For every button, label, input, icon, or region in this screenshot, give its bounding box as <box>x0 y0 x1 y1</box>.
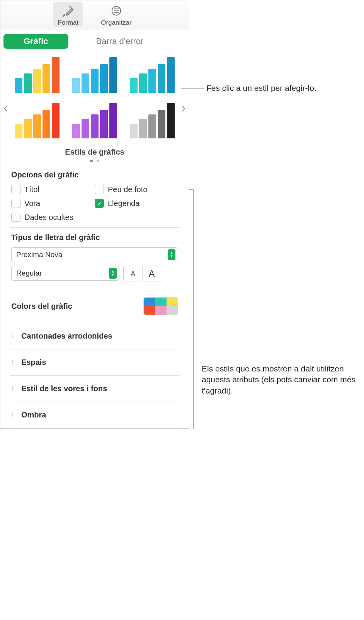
format-tab[interactable]: Format <box>53 2 83 27</box>
gallery-page-dots <box>11 160 178 162</box>
thumb-bar <box>148 69 156 93</box>
checkbox-caption[interactable]: Peu de foto <box>95 185 178 194</box>
arrange-icon <box>109 3 124 18</box>
gallery-prev-button[interactable] <box>3 104 10 113</box>
chart-colors-section: Colors del gràfic <box>0 291 189 323</box>
callout-attributes: Els estils que es mostren a dalt utilitz… <box>202 363 356 396</box>
inspector-toolbar: Format Organitzar <box>0 0 189 30</box>
thumb-bar <box>72 124 80 138</box>
thumb-bar <box>167 57 175 93</box>
thumb-bar <box>82 119 89 138</box>
format-inspector-panel: Format Organitzar Gràfic Barra d'error <box>0 0 189 429</box>
thumb-bar <box>158 64 165 93</box>
expander-gaps[interactable]: 〉 Espais <box>0 349 189 375</box>
checkbox-label: Llegenda <box>108 199 139 208</box>
checkbox-icon <box>95 185 104 194</box>
checkbox-label: Dades ocultes <box>24 213 73 222</box>
chart-style-thumbnail[interactable] <box>69 55 121 97</box>
checkbox-checked-icon: ✓ <box>95 199 104 208</box>
thumb-bar <box>148 114 156 138</box>
checkbox-label: Peu de foto <box>108 185 147 194</box>
expander-stroke-fill[interactable]: 〉 Estil de les vores i fons <box>0 376 189 402</box>
thumb-bar <box>43 110 50 138</box>
thumb-bar <box>72 78 80 93</box>
checkbox-legend[interactable]: ✓ Llegenda <box>95 199 178 208</box>
thumb-bar <box>139 73 147 93</box>
chevron-right-icon: 〉 <box>11 385 17 392</box>
arrange-tab[interactable]: Organitzar <box>96 2 136 27</box>
callout-text: Fes clic a un estil per afegir-lo. <box>206 83 316 92</box>
page-dot[interactable] <box>97 160 99 162</box>
chart-style-thumbnail[interactable] <box>11 100 63 143</box>
checkbox-border[interactable]: Vora <box>11 199 95 208</box>
gallery-next-button[interactable] <box>180 104 187 113</box>
color-swatch <box>167 298 178 306</box>
expander-rounded-corners[interactable]: 〉 Cantonades arrodonides <box>0 323 189 349</box>
thumb-bar <box>139 119 147 138</box>
paintbrush-icon <box>61 3 75 18</box>
subtab-bar: Gràfic Barra d'error <box>0 30 189 53</box>
font-size-decrease-button[interactable]: A <box>124 266 142 281</box>
checkbox-title[interactable]: Títol <box>11 185 95 194</box>
chart-style-thumbnail[interactable] <box>69 100 121 143</box>
thumb-bar <box>15 78 22 93</box>
thumb-bar <box>109 103 117 138</box>
color-swatch <box>144 306 155 315</box>
thumb-bar <box>52 103 60 138</box>
font-family-select[interactable]: Proxima Nova ▲▼ <box>11 247 178 262</box>
font-size-increase-button[interactable]: A <box>142 266 161 281</box>
thumb-bar <box>15 124 22 138</box>
thumb-bar <box>52 57 60 93</box>
arrange-tab-label: Organitzar <box>101 19 131 27</box>
checkbox-icon <box>11 185 20 194</box>
color-swatch <box>144 298 155 306</box>
font-weight-select[interactable]: Regular ▲▼ <box>11 266 119 281</box>
expander-shadow[interactable]: 〉 Ombra <box>0 402 189 428</box>
expander-label: Cantonades arrodonides <box>21 332 112 341</box>
tab-chart[interactable]: Gràfic <box>3 34 68 49</box>
chart-font-title: Tipus de lletra del gràfic <box>11 233 178 242</box>
thumb-bar <box>100 110 108 138</box>
checkbox-icon <box>11 199 20 208</box>
chart-font-section: Tipus de lletra del gràfic Proxima Nova … <box>0 228 189 291</box>
tab-error-bar[interactable]: Barra d'error <box>96 36 144 46</box>
expander-label: Ombra <box>21 410 46 419</box>
thumb-bar <box>82 73 89 93</box>
chevron-right-icon: 〉 <box>11 359 17 366</box>
checkbox-label: Vora <box>24 199 40 208</box>
chart-style-thumbnail[interactable] <box>126 100 178 143</box>
thumb-bar <box>33 114 41 138</box>
thumb-bar <box>91 114 99 138</box>
expander-label: Estil de les vores i fons <box>21 384 107 393</box>
font-weight-value: Regular <box>16 269 42 278</box>
expander-label: Espais <box>21 358 46 367</box>
annotations-layer: Fes clic a un estil per afegir-lo. Els e… <box>189 0 364 429</box>
format-tab-label: Format <box>58 19 78 27</box>
chart-style-thumbnail[interactable] <box>11 55 63 97</box>
popup-stepper-icon: ▲▼ <box>168 249 175 260</box>
color-swatch <box>155 306 166 315</box>
checkbox-hidden-data[interactable]: Dades ocultes <box>11 213 95 222</box>
callout-style-click: Fes clic a un estil per afegir-lo. <box>206 83 316 94</box>
callout-text: Els estils que es mostren a dalt utilitz… <box>202 364 355 395</box>
callout-bracket <box>193 189 194 429</box>
thumb-bar <box>43 64 50 93</box>
gallery-caption: Estils de gràfics <box>11 148 178 157</box>
thumb-bar <box>24 119 32 138</box>
thumb-bar <box>33 69 41 93</box>
checkbox-icon <box>11 213 20 222</box>
chevron-right-icon: 〉 <box>11 333 17 340</box>
thumb-bar <box>109 57 117 93</box>
thumb-bar <box>130 124 138 138</box>
page-dot[interactable] <box>90 160 93 162</box>
chart-style-thumbnail[interactable] <box>126 55 178 97</box>
thumb-bar <box>130 78 138 93</box>
thumb-bar <box>158 110 165 138</box>
checkbox-label: Títol <box>24 185 39 194</box>
thumb-bar <box>167 103 175 138</box>
chart-colors-button[interactable] <box>143 297 178 315</box>
thumb-bar <box>91 69 99 93</box>
chevron-right-icon: 〉 <box>11 412 17 419</box>
popup-stepper-icon: ▲▼ <box>109 268 117 279</box>
font-family-value: Proxima Nova <box>16 250 62 259</box>
